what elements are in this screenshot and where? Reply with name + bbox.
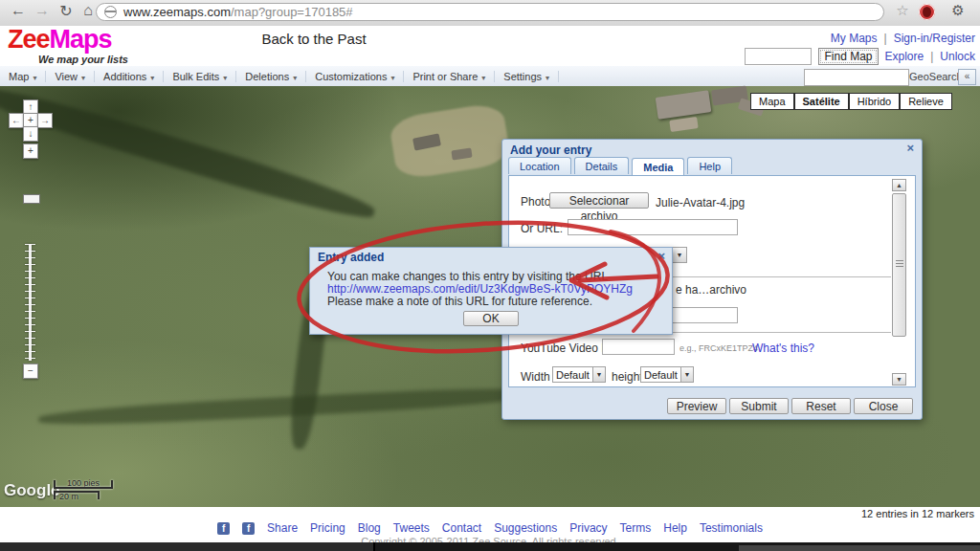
reload-icon[interactable]: ↻	[56, 2, 77, 20]
link-separator: |	[884, 32, 887, 45]
popup-line1: You can make changes to this entry by vi…	[327, 270, 608, 283]
reset-button[interactable]: Reset	[791, 398, 851, 414]
menu-view[interactable]: View	[46, 71, 95, 82]
tab-help[interactable]: Help	[687, 157, 732, 174]
testimonials-link[interactable]: Testimonials	[700, 521, 763, 535]
back-icon[interactable]: ←	[8, 2, 29, 19]
collapse-panel-button[interactable]: «	[958, 69, 976, 85]
tweets-link[interactable]: Tweets	[393, 521, 430, 535]
zoom-slider-track[interactable]	[25, 244, 35, 361]
popup-line2: Please make a note of this URL for futur…	[327, 295, 592, 308]
url-path: /map?group=170185#	[231, 5, 353, 19]
menu-print-or-share[interactable]: Print or Share	[404, 71, 495, 82]
forward-icon[interactable]: →	[32, 2, 53, 19]
chevron-down-icon: ▼	[672, 248, 686, 262]
map-type-hibrido[interactable]: Híbrido	[849, 93, 900, 110]
pan-left-button[interactable]: ←	[9, 113, 24, 128]
chevron-down-icon: ▼	[680, 367, 693, 382]
facebook-icon[interactable]: f	[242, 522, 255, 535]
scroll-up-icon[interactable]: ▲	[892, 179, 906, 191]
footer-links: f f Share Pricing Blog Tweets Contact Su…	[0, 521, 980, 535]
choose-file-button[interactable]: Seleccionar archivo	[549, 192, 649, 209]
height-value: Default	[641, 367, 680, 382]
farmyard	[389, 101, 512, 181]
dialog-tabs: LocationDetailsMediaHelp	[508, 157, 735, 176]
taskbar-segment	[0, 542, 375, 551]
or-url-label: Or URL:	[521, 222, 563, 235]
tab-location[interactable]: Location	[508, 157, 571, 174]
explore-link[interactable]: Explore	[885, 50, 924, 63]
menu-map[interactable]: Map	[0, 71, 46, 82]
geosearch-input[interactable]	[804, 69, 909, 86]
blog-link[interactable]: Blog	[358, 521, 381, 535]
entry-edit-url-link[interactable]: http://www.zeemaps.com/edit/Uz3KdgwBeS-k…	[327, 282, 633, 296]
facebook-icon[interactable]: f	[217, 522, 230, 535]
close-button[interactable]: Close	[854, 398, 913, 414]
map-type-mapa[interactable]: Mapa	[750, 93, 794, 110]
submit-button[interactable]: Submit	[729, 398, 789, 414]
popup-close-icon[interactable]: ×	[657, 251, 665, 262]
wrench-icon[interactable]: ⚙	[947, 2, 969, 19]
scroll-down-icon[interactable]: ▼	[892, 373, 906, 386]
find-map-input[interactable]	[745, 48, 812, 65]
share-link[interactable]: Share	[267, 521, 298, 535]
unlock-link[interactable]: Unlock	[940, 50, 975, 63]
photo-option-select[interactable]: ▼	[671, 247, 687, 263]
youtube-id-input[interactable]	[602, 339, 675, 355]
height-select[interactable]: Default▼	[640, 366, 694, 383]
find-map-button[interactable]: Find Map	[818, 48, 878, 65]
logo-maps: Maps	[50, 25, 112, 54]
farm-building	[656, 90, 712, 120]
address-bar[interactable]: www.zeemaps.com /map?group=170185#	[96, 3, 884, 21]
zeemaps-logo[interactable]: ZeeMaps	[8, 27, 112, 53]
tab-media[interactable]: Media	[632, 158, 684, 177]
chevron-down-icon: ▼	[592, 367, 605, 382]
privacy-link[interactable]: Privacy	[569, 521, 607, 535]
ok-button[interactable]: OK	[463, 311, 519, 326]
zoom-out-button[interactable]: −	[23, 364, 38, 379]
youtube-id-label: YouTube Video ID	[521, 342, 612, 355]
entries-status: 12 entries in 12 markers	[861, 508, 974, 519]
zoom-slider-handle[interactable]	[23, 194, 40, 204]
pan-right-button[interactable]: →	[37, 113, 53, 128]
map-type-relieve[interactable]: Relieve	[900, 93, 952, 110]
header-links-bottom: Find Map Explore | Unlock	[745, 48, 975, 65]
preview-button[interactable]: Preview	[667, 398, 726, 414]
dialog-close-icon[interactable]: ×	[906, 143, 914, 154]
bookmark-star-icon[interactable]: ☆	[892, 2, 913, 19]
menu-customizations[interactable]: Customizations	[306, 71, 404, 82]
tab-details[interactable]: Details	[574, 157, 630, 174]
suggestions-link[interactable]: Suggestions	[494, 521, 557, 535]
width-value: Default	[553, 367, 592, 382]
help-link[interactable]: Help	[663, 521, 687, 535]
signin-register-link[interactable]: Sign-in/Register	[894, 32, 975, 45]
menu-additions[interactable]: Additions	[95, 71, 164, 82]
height-label: height	[612, 370, 643, 384]
terms-link[interactable]: Terms	[620, 521, 652, 535]
photo-url-input[interactable]	[568, 219, 738, 235]
google-logo[interactable]: Google	[4, 481, 60, 500]
geosearch-button[interactable]: GeoSearch	[909, 71, 963, 82]
hedgerow	[38, 384, 536, 429]
width-select[interactable]: Default▼	[552, 366, 606, 383]
logo-tagline: We map your lists	[38, 54, 128, 65]
dialog-title: Add your entry	[510, 143, 591, 157]
pricing-link[interactable]: Pricing	[310, 521, 345, 535]
menu-bulk-edits[interactable]: Bulk Edits	[164, 71, 236, 82]
my-maps-link[interactable]: My Maps	[831, 32, 878, 45]
whats-this-link[interactable]: What's this?	[752, 342, 814, 355]
adblock-icon[interactable]	[919, 4, 935, 20]
pan-down-button[interactable]: ↓	[23, 126, 38, 142]
width-label: Width	[521, 370, 550, 384]
page-globe-icon	[104, 6, 117, 18]
scrollbar-thumb[interactable]	[892, 193, 906, 337]
contact-link[interactable]: Contact	[442, 521, 481, 535]
menu-deletions[interactable]: Deletions	[236, 71, 306, 82]
taskbar-segment	[739, 545, 980, 551]
farm-building	[669, 117, 698, 132]
map-type-satelite[interactable]: Satélite	[794, 93, 849, 110]
no-file-text-fragment: e ha…archivo	[676, 283, 746, 297]
entry-added-popup: Entry added × You can make changes to th…	[309, 247, 673, 335]
zoom-in-button[interactable]: +	[23, 143, 38, 159]
menu-settings[interactable]: Settings	[495, 71, 559, 82]
